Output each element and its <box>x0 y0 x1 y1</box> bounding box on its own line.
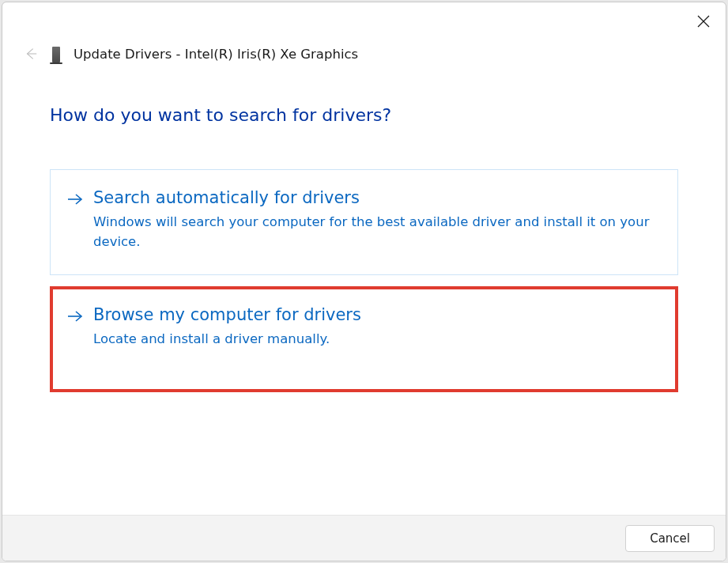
option-browse-manually[interactable]: Browse my computer for drivers Locate an… <box>50 286 678 392</box>
arrow-right-icon <box>66 189 84 210</box>
close-button[interactable] <box>692 10 715 32</box>
window-title: Update Drivers - Intel(R) Iris(R) Xe Gra… <box>74 47 358 62</box>
back-button[interactable] <box>23 46 39 62</box>
arrow-right-icon <box>66 306 84 327</box>
option-description: Windows will search your computer for th… <box>93 213 658 252</box>
wizard-footer: Cancel <box>2 515 726 561</box>
close-icon <box>697 15 710 28</box>
option-title: Search automatically for drivers <box>93 187 658 208</box>
device-icon <box>50 45 62 62</box>
update-drivers-wizard: Update Drivers - Intel(R) Iris(R) Xe Gra… <box>2 2 726 561</box>
cancel-button[interactable]: Cancel <box>625 525 715 552</box>
option-description: Locate and install a driver manually. <box>93 330 659 350</box>
back-arrow-icon <box>24 47 38 61</box>
page-heading: How do you want to search for drivers? <box>50 105 678 125</box>
wizard-header: Update Drivers - Intel(R) Iris(R) Xe Gra… <box>2 2 726 62</box>
option-title: Browse my computer for drivers <box>93 304 659 325</box>
wizard-content: How do you want to search for drivers? S… <box>2 62 726 515</box>
option-search-automatically[interactable]: Search automatically for drivers Windows… <box>50 169 678 275</box>
